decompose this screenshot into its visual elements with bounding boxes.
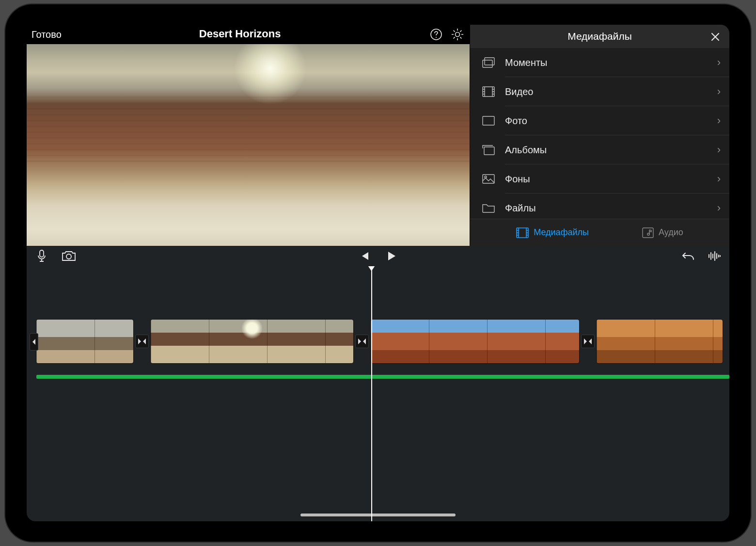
media-row-backgrounds[interactable]: Фоны › bbox=[470, 164, 729, 193]
video-preview[interactable] bbox=[27, 44, 470, 246]
chevron-right-icon: › bbox=[717, 144, 721, 156]
backgrounds-icon bbox=[481, 174, 496, 184]
clips-row bbox=[27, 315, 729, 368]
media-tabs: Медиафайлы Аудио bbox=[470, 219, 729, 246]
app-screen: Готово Desert Horizons bbox=[27, 25, 729, 521]
playhead[interactable] bbox=[371, 266, 372, 521]
music-note-icon bbox=[642, 227, 654, 238]
svg-rect-3 bbox=[483, 60, 492, 67]
albums-icon bbox=[481, 145, 496, 155]
audio-track[interactable] bbox=[36, 375, 729, 379]
microphone-button[interactable] bbox=[34, 249, 49, 263]
play-button[interactable] bbox=[384, 249, 399, 263]
camera-button[interactable] bbox=[62, 249, 76, 263]
tab-media-label: Медиафайлы bbox=[534, 227, 589, 238]
timeline-edge-left[interactable] bbox=[30, 333, 38, 351]
svg-point-14 bbox=[66, 254, 71, 259]
filmstrip-icon bbox=[516, 227, 529, 238]
timeline[interactable] bbox=[27, 266, 729, 521]
media-row-label: Фоны bbox=[505, 174, 530, 185]
chevron-right-icon: › bbox=[717, 85, 721, 98]
timeline-clip[interactable] bbox=[36, 320, 133, 363]
tab-audio-label: Аудио bbox=[659, 227, 683, 238]
svg-rect-11 bbox=[643, 228, 653, 238]
moments-icon bbox=[481, 57, 496, 68]
waveform-button[interactable] bbox=[707, 249, 722, 263]
media-panel: Медиафайлы Моменты › bbox=[470, 25, 729, 246]
svg-point-1 bbox=[436, 37, 437, 38]
media-row-video[interactable]: Видео › bbox=[470, 77, 729, 106]
project-title: Desert Horizons bbox=[199, 28, 281, 40]
svg-rect-13 bbox=[40, 250, 44, 257]
help-button[interactable] bbox=[429, 27, 443, 42]
media-row-label: Фото bbox=[505, 115, 527, 127]
top-row: Готово Desert Horizons bbox=[27, 25, 729, 246]
chevron-right-icon: › bbox=[717, 173, 721, 185]
photo-icon bbox=[481, 116, 496, 126]
done-button[interactable]: Готово bbox=[32, 29, 62, 40]
undo-button[interactable] bbox=[681, 249, 695, 263]
svg-rect-6 bbox=[483, 116, 494, 125]
settings-button[interactable] bbox=[450, 27, 465, 42]
preview-pane: Готово Desert Horizons bbox=[27, 25, 470, 246]
media-row-photo[interactable]: Фото › bbox=[470, 106, 729, 135]
transition-button[interactable] bbox=[355, 335, 369, 348]
media-row-label: Файлы bbox=[505, 203, 536, 214]
media-row-moments[interactable]: Моменты › bbox=[470, 48, 729, 77]
media-panel-title: Медиафайлы bbox=[567, 31, 632, 42]
svg-rect-4 bbox=[485, 58, 494, 65]
media-row-albums[interactable]: Альбомы › bbox=[470, 135, 729, 164]
chevron-right-icon: › bbox=[717, 114, 721, 127]
ipad-frame: Готово Desert Horizons bbox=[5, 4, 751, 542]
chevron-right-icon: › bbox=[717, 56, 721, 69]
svg-point-9 bbox=[485, 176, 487, 178]
svg-point-2 bbox=[456, 32, 460, 37]
media-row-files[interactable]: Файлы › bbox=[470, 193, 729, 219]
timeline-clip[interactable] bbox=[371, 320, 579, 363]
tab-media[interactable]: Медиафайлы bbox=[516, 227, 589, 238]
timeline-clip[interactable] bbox=[151, 320, 353, 363]
rewind-button[interactable] bbox=[357, 249, 372, 263]
media-panel-header: Медиафайлы bbox=[470, 25, 729, 48]
media-category-list: Моменты › Видео › bbox=[470, 48, 729, 219]
transition-button[interactable] bbox=[581, 335, 595, 348]
media-row-label: Видео bbox=[505, 86, 533, 97]
files-icon bbox=[481, 203, 496, 213]
tab-audio[interactable]: Аудио bbox=[642, 227, 683, 238]
transition-button[interactable] bbox=[135, 335, 149, 348]
svg-point-12 bbox=[647, 233, 649, 235]
close-media-panel-button[interactable] bbox=[708, 30, 723, 44]
timeline-toolbar bbox=[27, 246, 729, 266]
media-row-label: Моменты bbox=[505, 57, 547, 68]
video-icon bbox=[481, 86, 496, 97]
media-row-label: Альбомы bbox=[505, 145, 547, 156]
timeline-clip[interactable] bbox=[597, 320, 723, 363]
home-indicator bbox=[300, 514, 456, 516]
preview-header: Готово Desert Horizons bbox=[27, 25, 470, 44]
svg-rect-7 bbox=[484, 147, 494, 155]
chevron-right-icon: › bbox=[717, 202, 721, 214]
